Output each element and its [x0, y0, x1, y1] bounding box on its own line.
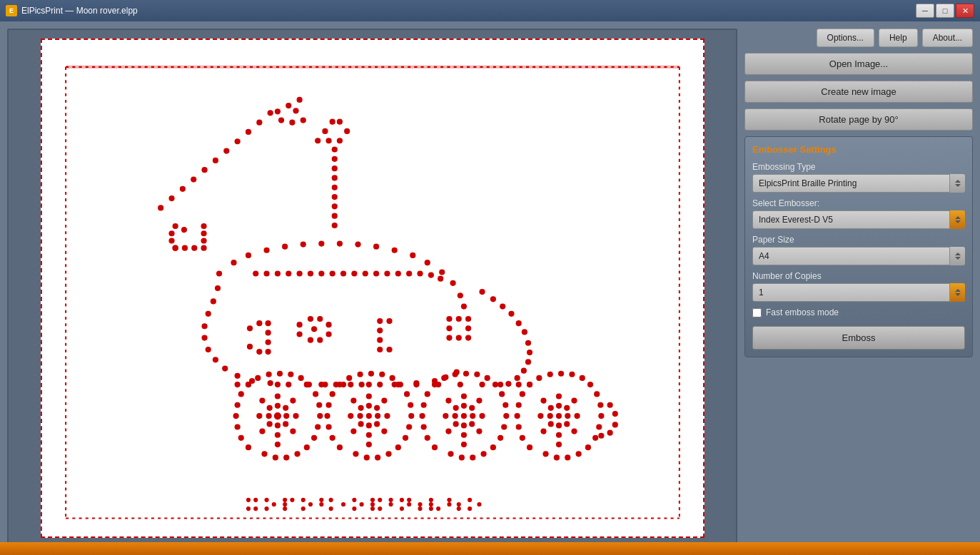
svg-point-303: [540, 398, 546, 404]
svg-point-315: [598, 433, 604, 439]
svg-point-54: [355, 241, 360, 247]
svg-point-318: [274, 382, 280, 387]
svg-point-284: [597, 402, 603, 408]
svg-point-30: [331, 194, 337, 200]
svg-point-342: [290, 498, 294, 502]
svg-point-249: [470, 454, 475, 460]
svg-point-57: [410, 253, 415, 258]
number-of-copies-wrapper: 1: [752, 283, 965, 302]
svg-point-1: [256, 120, 262, 126]
emboss-button[interactable]: Emboss: [752, 326, 965, 350]
svg-point-348: [328, 498, 333, 502]
svg-point-229: [431, 444, 437, 450]
svg-point-28: [331, 175, 337, 180]
svg-point-172: [274, 442, 280, 447]
svg-point-186: [266, 421, 272, 427]
svg-point-278: [547, 372, 552, 377]
svg-point-33: [331, 223, 337, 228]
svg-point-12: [286, 103, 291, 108]
svg-point-123: [311, 326, 317, 332]
paper-size-select[interactable]: A4: [752, 247, 965, 265]
svg-point-142: [256, 320, 262, 326]
svg-point-201: [404, 391, 410, 397]
open-image-button[interactable]: Open Image...: [744, 53, 973, 75]
svg-point-26: [331, 156, 337, 162]
svg-point-279: [557, 371, 563, 377]
svg-point-373: [456, 502, 460, 506]
paper-size-label: Paper Size: [752, 235, 965, 245]
svg-point-234: [424, 391, 430, 397]
svg-point-266: [476, 398, 482, 404]
svg-point-221: [350, 398, 356, 404]
svg-point-330: [515, 382, 521, 387]
svg-point-282: [587, 382, 592, 387]
svg-point-250: [458, 454, 464, 460]
svg-point-349: [328, 506, 333, 511]
svg-point-120: [317, 337, 323, 343]
svg-point-226: [374, 405, 380, 411]
svg-point-335: [253, 506, 258, 511]
svg-point-14: [293, 108, 298, 113]
embossing-type-select[interactable]: ElpicsPrint Braille Printing: [752, 174, 965, 193]
svg-point-361: [399, 498, 403, 502]
maximize-button[interactable]: □: [936, 4, 954, 18]
minimize-button[interactable]: ─: [916, 4, 934, 18]
svg-point-10: [158, 205, 163, 210]
svg-point-129: [386, 347, 392, 352]
svg-point-197: [368, 371, 373, 377]
svg-point-313: [612, 422, 617, 427]
options-button[interactable]: Options...: [817, 29, 874, 47]
svg-point-171: [274, 432, 280, 438]
fast-emboss-checkbox[interactable]: [752, 308, 762, 317]
svg-point-203: [408, 413, 414, 419]
svg-point-207: [385, 451, 391, 457]
svg-point-137: [465, 335, 470, 341]
create-new-image-button[interactable]: Create new image: [744, 81, 973, 103]
svg-point-16: [289, 120, 295, 126]
svg-point-103: [318, 270, 324, 276]
select-embosser-select[interactable]: Index Everest-D V5: [752, 210, 965, 229]
svg-point-285: [598, 413, 604, 419]
svg-point-339: [283, 498, 287, 502]
svg-point-111: [406, 270, 412, 276]
svg-point-304: [547, 405, 553, 411]
svg-point-252: [460, 413, 466, 419]
svg-point-167: [272, 454, 278, 460]
help-button[interactable]: Help: [879, 29, 918, 47]
svg-point-240: [484, 375, 490, 381]
svg-point-332: [246, 498, 250, 502]
svg-point-104: [329, 270, 335, 276]
rotate-page-button[interactable]: Rotate page by 90°: [744, 108, 973, 131]
svg-point-365: [418, 502, 422, 506]
svg-point-122: [296, 331, 302, 337]
svg-point-36: [191, 245, 197, 251]
svg-point-311: [607, 402, 612, 408]
svg-point-9: [168, 195, 174, 201]
svg-point-191: [324, 413, 330, 419]
svg-point-127: [377, 347, 383, 352]
embosser-settings-panel: Embosser Settings Embossing Type ElpicsP…: [744, 136, 973, 357]
svg-point-256: [460, 403, 466, 409]
svg-point-305: [564, 421, 570, 427]
embosser-settings-title: Embosser Settings: [752, 144, 965, 155]
svg-point-66: [508, 311, 514, 317]
svg-point-350: [340, 502, 345, 506]
svg-point-224: [381, 429, 387, 434]
svg-point-212: [365, 422, 371, 428]
svg-point-267: [469, 405, 475, 411]
about-button[interactable]: About...: [922, 29, 973, 47]
window-controls: ─ □ ✕: [916, 4, 974, 18]
svg-point-106: [351, 270, 357, 276]
svg-point-133: [446, 325, 452, 331]
number-of-copies-select[interactable]: 1: [752, 283, 965, 302]
svg-point-148: [234, 424, 240, 429]
svg-point-202: [408, 402, 413, 408]
svg-point-337: [264, 506, 268, 511]
svg-point-29: [331, 185, 337, 190]
svg-point-301: [565, 413, 570, 419]
svg-point-281: [579, 375, 585, 381]
svg-point-209: [363, 454, 369, 460]
svg-point-222: [358, 405, 363, 411]
close-button[interactable]: ✕: [956, 4, 974, 18]
svg-point-85: [286, 382, 291, 387]
